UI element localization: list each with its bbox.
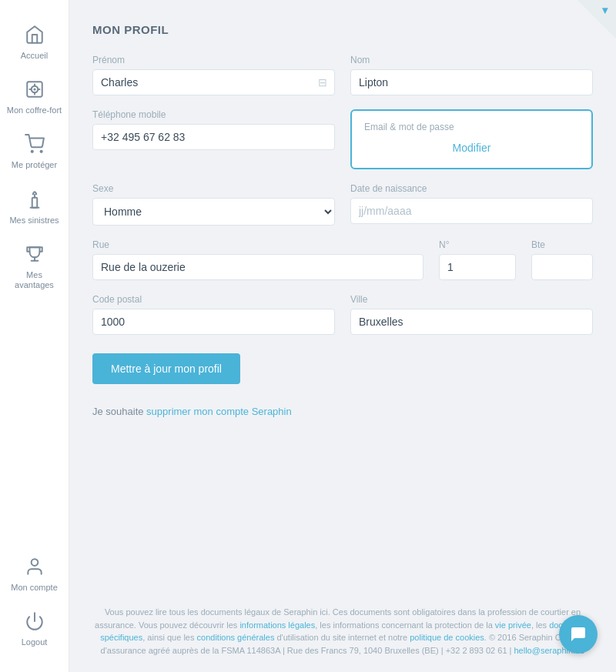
- form-group-dob: Date de naissance: [350, 183, 593, 226]
- svg-point-8: [40, 151, 42, 152]
- nom-label: Nom: [350, 55, 593, 65]
- sidebar-item-label-compte: Mon compte: [11, 583, 58, 593]
- form-group-code-postal: Code postal: [92, 294, 335, 335]
- bte-label: Bte: [531, 239, 593, 250]
- footer-text-2: , les informations concernant la protect…: [315, 620, 495, 630]
- sidebar-item-proteger[interactable]: Me protéger: [0, 125, 69, 179]
- main-content: ▾ MON PROFIL Prénom ⊟ Nom Téléphone mobi…: [69, 0, 616, 672]
- rue-input[interactable]: [92, 254, 424, 280]
- form-row-address: Rue N° Bte: [92, 239, 593, 280]
- sidebar-item-sinistres[interactable]: Mes sinistres: [0, 180, 69, 235]
- footer-link-vie-privee[interactable]: vie privée: [495, 620, 531, 630]
- sidebar: Accueil Mon coffre-fort Me protéger Mes …: [0, 0, 69, 672]
- footer-link-conditions[interactable]: conditions générales: [197, 633, 275, 642]
- numero-label: N°: [439, 239, 516, 250]
- sidebar-item-label-avantages: Mes avantages: [6, 270, 62, 290]
- ville-input[interactable]: [350, 309, 593, 335]
- form-group-nom: Nom: [350, 55, 593, 95]
- numero-input[interactable]: [439, 254, 516, 280]
- sidebar-item-accueil[interactable]: Accueil: [0, 15, 69, 70]
- form-group-bte: Bte: [531, 239, 593, 280]
- delete-account-link[interactable]: supprimer mon compte Seraphin: [146, 406, 292, 417]
- sexe-select[interactable]: Homme Femme: [92, 198, 335, 226]
- sidebar-item-coffre-fort[interactable]: Mon coffre-fort: [0, 70, 69, 125]
- submit-button[interactable]: Mettre à jour mon profil: [92, 353, 240, 384]
- svg-marker-13: [578, 0, 616, 38]
- nom-input[interactable]: [350, 69, 593, 95]
- code-postal-input[interactable]: [92, 309, 335, 335]
- sidebar-item-label-coffre: Mon coffre-fort: [7, 105, 62, 115]
- power-icon: [25, 611, 45, 634]
- footer: Vous pouvez lire tous les documents léga…: [92, 583, 593, 657]
- svg-point-11: [31, 559, 38, 566]
- dob-label: Date de naissance: [350, 183, 593, 194]
- sidebar-bottom: Mon compte Logout: [0, 547, 69, 657]
- form-group-ville: Ville: [350, 294, 593, 335]
- footer-text-3: , les: [531, 620, 549, 630]
- sidebar-item-label-accueil: Accueil: [21, 51, 48, 61]
- safe-icon: [25, 79, 45, 102]
- dob-input[interactable]: [350, 198, 593, 224]
- footer-link-cookies[interactable]: politique de cookies: [410, 633, 484, 642]
- rue-label: Rue: [92, 239, 424, 250]
- delete-account-text: Je souhaite: [92, 406, 146, 417]
- form-group-sexe: Sexe Homme Femme: [92, 183, 335, 226]
- bte-input[interactable]: [531, 254, 593, 280]
- modifier-button[interactable]: Modifier: [364, 139, 579, 157]
- form-row-name: Prénom ⊟ Nom: [92, 55, 593, 95]
- form-row-personal: Sexe Homme Femme Date de naissance: [92, 183, 593, 226]
- form-row-city: Code postal Ville: [92, 294, 593, 335]
- footer-text-5: d'utilisation du site internet et notre: [274, 633, 410, 642]
- user-icon: [25, 557, 45, 580]
- sidebar-item-avantages[interactable]: Mes avantages: [0, 235, 69, 299]
- delete-account-row: Je souhaite supprimer mon compte Seraphi…: [92, 406, 593, 417]
- svg-point-7: [31, 151, 32, 152]
- telephone-label: Téléphone mobile: [92, 109, 335, 120]
- cart-icon: [25, 134, 45, 157]
- profile-form: Prénom ⊟ Nom Téléphone mobile Email & mo…: [92, 55, 593, 417]
- form-row-contact: Téléphone mobile Email & mot de passe Mo…: [92, 109, 593, 169]
- footer-text-4: , ainsi que les: [142, 633, 196, 642]
- edit-icon: ⊟: [318, 76, 327, 89]
- ville-label: Ville: [350, 294, 593, 305]
- sexe-label: Sexe: [92, 183, 335, 194]
- prenom-label: Prénom: [92, 55, 335, 65]
- email-password-label: Email & mot de passe: [364, 122, 579, 132]
- page-title: MON PROFIL: [92, 23, 593, 36]
- form-group-rue: Rue: [92, 239, 424, 280]
- prenom-input[interactable]: [92, 69, 335, 95]
- sidebar-item-compte[interactable]: Mon compte: [0, 547, 69, 602]
- sidebar-item-label-proteger: Me protéger: [12, 160, 57, 170]
- candle-icon: [25, 189, 45, 212]
- corner-decoration: ▾: [578, 0, 616, 38]
- code-postal-label: Code postal: [92, 294, 335, 305]
- form-group-prenom: Prénom ⊟: [92, 55, 335, 95]
- svg-point-6: [33, 89, 35, 91]
- footer-link-informations[interactable]: informations légales: [239, 620, 315, 630]
- form-submit-row: Mettre à jour mon profil: [92, 349, 593, 384]
- telephone-input[interactable]: [92, 124, 335, 150]
- prenom-input-wrapper: ⊟: [92, 69, 335, 95]
- svg-rect-9: [32, 197, 37, 207]
- trophy-icon: [25, 244, 45, 267]
- home-icon: [25, 25, 45, 48]
- svg-text:▾: ▾: [601, 4, 608, 16]
- sidebar-item-label-logout: Logout: [22, 637, 48, 647]
- form-group-email-password: Email & mot de passe Modifier: [350, 109, 593, 169]
- email-password-box: Email & mot de passe Modifier: [350, 109, 593, 169]
- form-group-numero: N°: [439, 239, 516, 280]
- sidebar-item-label-sinistres: Mes sinistres: [9, 216, 59, 226]
- sidebar-item-logout[interactable]: Logout: [0, 602, 69, 657]
- form-group-telephone: Téléphone mobile: [92, 109, 335, 169]
- chat-bubble[interactable]: [559, 615, 598, 654]
